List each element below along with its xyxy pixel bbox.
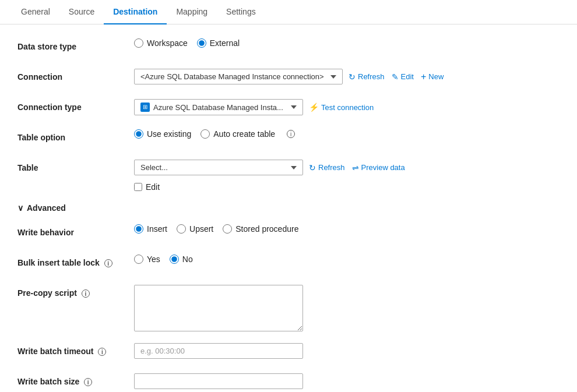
- radio-upsert-input[interactable]: [177, 224, 186, 234]
- radio-workspace-input[interactable]: [134, 38, 143, 48]
- write-batch-timeout-label: Write batch timeout i: [17, 343, 134, 356]
- connection-row: Connection <Azure SQL Database Managed I…: [17, 69, 560, 87]
- table-preview-link[interactable]: ⇌ Preview data: [351, 161, 406, 175]
- tab-settings[interactable]: Settings: [217, 0, 265, 24]
- connection-new-label: New: [428, 72, 444, 81]
- tab-source[interactable]: Source: [59, 0, 104, 24]
- table-dropdown[interactable]: Select...: [134, 160, 303, 175]
- radio-no-input[interactable]: [170, 255, 179, 264]
- pre-copy-script-row: Pre-copy script i: [17, 285, 560, 331]
- write-batch-size-control: [134, 373, 560, 389]
- write-batch-timeout-row: Write batch timeout i: [17, 343, 560, 362]
- table-label: Table: [17, 160, 134, 172]
- radio-yes-input[interactable]: [134, 255, 143, 264]
- radio-upsert[interactable]: Upsert: [177, 224, 213, 234]
- radio-auto-create-table-input[interactable]: [200, 129, 210, 139]
- table-edit-checkbox[interactable]: [134, 183, 142, 191]
- connection-refresh-link[interactable]: ↻ Refresh: [347, 70, 386, 84]
- radio-auto-create-table-label: Auto create table: [213, 129, 275, 139]
- radio-use-existing[interactable]: Use existing: [134, 129, 191, 139]
- radio-external-input[interactable]: [197, 38, 206, 48]
- table-edit-checkbox-wrapper: Edit: [134, 182, 160, 192]
- test-connection-icon: ⚡: [309, 103, 319, 112]
- table-refresh-label: Refresh: [318, 163, 345, 172]
- connection-new-link[interactable]: + New: [420, 69, 445, 84]
- table-preview-label: Preview data: [361, 163, 405, 172]
- connection-type-dropdown[interactable]: ⊞ Azure SQL Database Managed Insta...: [134, 99, 303, 115]
- write-behavior-control: Insert Upsert Stored procedure: [134, 224, 560, 234]
- table-option-label: Table option: [17, 129, 134, 142]
- bulk-insert-label: Bulk insert table lock i: [17, 255, 134, 267]
- write-batch-timeout-control: [134, 343, 560, 359]
- radio-insert-input[interactable]: [134, 224, 143, 234]
- radio-insert-label: Insert: [147, 224, 167, 234]
- connection-dropdown[interactable]: <Azure SQL Database Managed Instance con…: [134, 69, 343, 84]
- radio-yes[interactable]: Yes: [134, 255, 160, 264]
- connection-control: <Azure SQL Database Managed Instance con…: [134, 69, 560, 84]
- advanced-label: Advanced: [27, 203, 66, 213]
- table-refresh-link[interactable]: ↻ Refresh: [308, 161, 346, 175]
- radio-external[interactable]: External: [197, 38, 240, 48]
- plus-icon-connection: +: [421, 72, 426, 82]
- radio-use-existing-input[interactable]: [134, 129, 143, 139]
- radio-stored-procedure-label: Stored procedure: [235, 224, 298, 234]
- radio-stored-procedure[interactable]: Stored procedure: [223, 224, 298, 234]
- connection-edit-label: Edit: [401, 72, 414, 81]
- advanced-toggle[interactable]: ∨ Advanced: [17, 203, 560, 213]
- write-batch-size-input[interactable]: [134, 373, 303, 389]
- data-store-type-radio-group: Workspace External: [134, 38, 240, 48]
- pre-copy-script-textarea[interactable]: [134, 285, 303, 331]
- edit-icon-connection: ✎: [392, 72, 399, 82]
- radio-workspace-label: Workspace: [147, 38, 188, 48]
- connection-type-label: Connection type: [17, 99, 134, 112]
- preview-icon-table: ⇌: [352, 163, 359, 172]
- radio-use-existing-label: Use existing: [147, 129, 191, 139]
- data-store-type-row: Data store type Workspace External: [17, 38, 560, 57]
- radio-no-label: No: [182, 255, 193, 264]
- radio-upsert-label: Upsert: [189, 224, 213, 234]
- bulk-insert-info-icon: i: [104, 259, 112, 267]
- pre-copy-script-control: [134, 285, 560, 331]
- write-batch-size-info-icon: i: [84, 378, 92, 386]
- test-connection-link[interactable]: ⚡ Test connection: [308, 100, 375, 114]
- radio-no[interactable]: No: [170, 255, 193, 264]
- write-batch-timeout-info-icon: i: [98, 348, 106, 356]
- tab-destination[interactable]: Destination: [104, 0, 167, 24]
- data-store-type-control: Workspace External: [134, 38, 560, 48]
- radio-external-label: External: [210, 38, 240, 48]
- db-icon: ⊞: [140, 103, 150, 112]
- bulk-insert-row: Bulk insert table lock i Yes No: [17, 255, 560, 273]
- write-batch-size-label: Write batch size i: [17, 373, 134, 386]
- table-option-row: Table option Use existing Auto create ta…: [17, 129, 560, 148]
- form-content: Data store type Workspace External Conne…: [0, 24, 577, 392]
- pre-copy-script-label: Pre-copy script i: [17, 285, 134, 298]
- tab-bar: General Source Destination Mapping Setti…: [0, 0, 577, 24]
- test-connection-label: Test connection: [321, 103, 374, 112]
- bulk-insert-radio-group: Yes No: [134, 255, 193, 264]
- radio-workspace[interactable]: Workspace: [134, 38, 188, 48]
- table-row: Table Select... ↻ Refresh ⇌ Preview data…: [17, 160, 560, 192]
- table-option-control: Use existing Auto create table i: [134, 129, 560, 139]
- connection-type-row: Connection type ⊞ Azure SQL Database Man…: [17, 99, 560, 118]
- tab-general[interactable]: General: [12, 0, 59, 24]
- write-behavior-label: Write behavior: [17, 224, 134, 237]
- radio-stored-procedure-input[interactable]: [223, 224, 232, 234]
- table-option-radio-group: Use existing Auto create table i: [134, 129, 295, 139]
- connection-type-control: ⊞ Azure SQL Database Managed Insta... ⚡ …: [134, 99, 560, 115]
- connection-type-value: Azure SQL Database Managed Insta...: [153, 103, 283, 112]
- connection-label: Connection: [17, 69, 134, 82]
- refresh-icon-connection: ↻: [349, 72, 356, 82]
- write-batch-size-row: Write batch size i: [17, 373, 560, 392]
- pre-copy-script-info-icon: i: [82, 289, 90, 298]
- table-option-info-icon: i: [287, 130, 295, 138]
- advanced-chevron-icon: ∨: [17, 203, 23, 213]
- radio-insert[interactable]: Insert: [134, 224, 167, 234]
- connection-edit-link[interactable]: ✎ Edit: [390, 70, 415, 84]
- data-store-type-label: Data store type: [17, 38, 134, 51]
- radio-yes-label: Yes: [147, 255, 160, 264]
- radio-auto-create-table[interactable]: Auto create table: [200, 129, 275, 139]
- write-behavior-radio-group: Insert Upsert Stored procedure: [134, 224, 298, 234]
- tab-mapping[interactable]: Mapping: [167, 0, 217, 24]
- write-batch-timeout-input[interactable]: [134, 343, 303, 359]
- bulk-insert-control: Yes No: [134, 255, 560, 264]
